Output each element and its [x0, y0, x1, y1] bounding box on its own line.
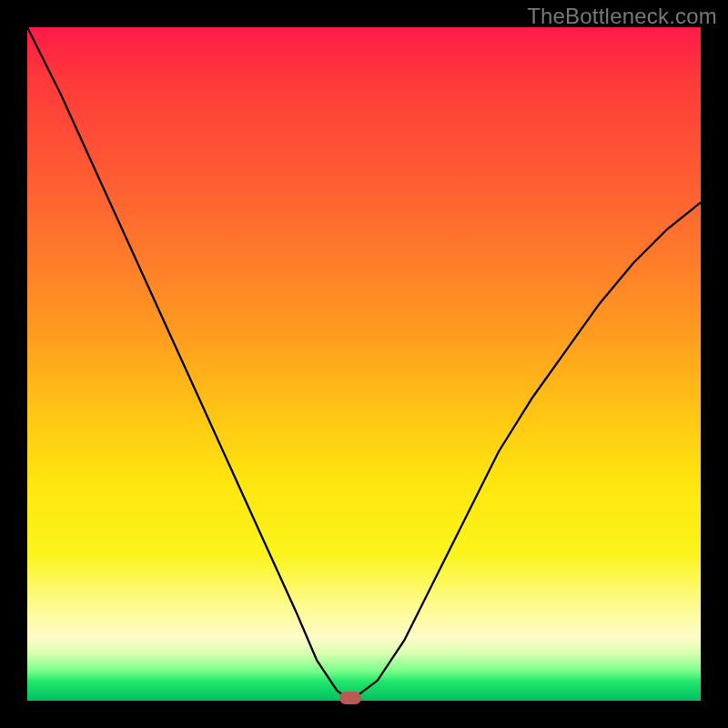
optimal-marker [339, 692, 361, 704]
plot-area [27, 27, 701, 701]
chart-frame: TheBottleneck.com [0, 0, 728, 728]
watermark-text: TheBottleneck.com [527, 4, 717, 29]
bottleneck-curve [27, 27, 701, 701]
